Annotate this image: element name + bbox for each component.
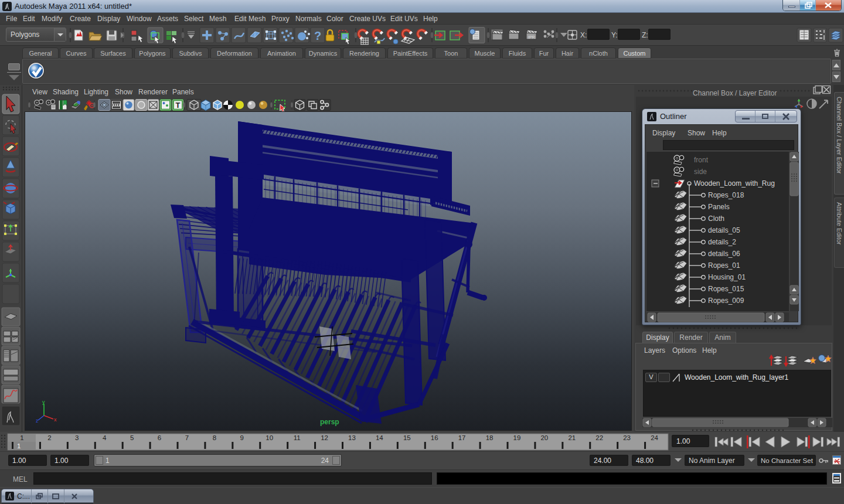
svg-text:Cloth: Cloth <box>708 214 724 223</box>
svg-text:15: 15 <box>403 434 411 441</box>
svg-text:5: 5 <box>130 434 134 441</box>
svg-text:Ropes_01: Ropes_01 <box>708 261 740 270</box>
svg-text:2: 2 <box>47 434 51 441</box>
svg-text:12: 12 <box>321 434 328 441</box>
svg-text:details_2: details_2 <box>708 238 736 246</box>
svg-text:8: 8 <box>213 434 216 441</box>
svg-text:19: 19 <box>513 434 521 441</box>
svg-text:17: 17 <box>458 434 466 441</box>
svg-text:Panels: Panels <box>708 203 730 211</box>
svg-text:y: y <box>42 399 45 405</box>
svg-text:3: 3 <box>75 434 79 441</box>
svg-text:4: 4 <box>103 434 107 441</box>
svg-text:10: 10 <box>266 434 273 441</box>
svg-text:11: 11 <box>294 434 301 441</box>
svg-text:21: 21 <box>568 434 576 441</box>
svg-text:9: 9 <box>240 434 244 441</box>
svg-text:side: side <box>694 168 707 176</box>
svg-text:7: 7 <box>185 434 189 441</box>
svg-text:6: 6 <box>158 434 161 441</box>
svg-text:18: 18 <box>486 434 494 441</box>
svg-text:20: 20 <box>540 434 548 441</box>
svg-text:Ropes_009: Ropes_009 <box>708 297 744 305</box>
svg-text:front: front <box>694 156 709 164</box>
svg-text:z: z <box>36 418 39 423</box>
svg-text:Ropes_015: Ropes_015 <box>708 285 744 293</box>
svg-text:22: 22 <box>595 434 603 441</box>
svg-text:1: 1 <box>17 442 21 449</box>
svg-text:T: T <box>176 101 181 110</box>
svg-text:13: 13 <box>348 434 356 441</box>
svg-text:Wooden_Loom_with_Rug: Wooden_Loom_with_Rug <box>694 179 775 188</box>
svg-text:16: 16 <box>431 434 438 441</box>
svg-text:1: 1 <box>20 434 23 441</box>
svg-text:IPR: IPR <box>528 35 535 39</box>
svg-text:Housing_01: Housing_01 <box>708 273 746 281</box>
svg-text:details_05: details_05 <box>708 226 740 234</box>
svg-text:14: 14 <box>376 434 383 441</box>
svg-text:details_06: details_06 <box>708 250 740 258</box>
svg-text:23: 23 <box>623 434 631 441</box>
svg-text:?: ? <box>314 29 321 42</box>
svg-text:24: 24 <box>651 434 658 441</box>
svg-text:x: x <box>54 417 57 423</box>
svg-text:Ropes_018: Ropes_018 <box>708 191 744 199</box>
